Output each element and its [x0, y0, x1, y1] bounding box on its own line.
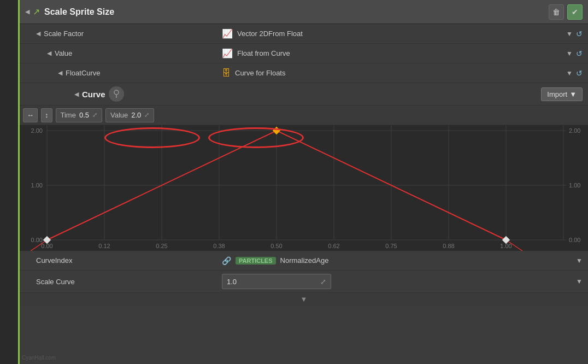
bottom-arrow-row: ▼: [20, 293, 588, 306]
svg-text:0.25: 0.25: [156, 243, 167, 249]
svg-text:0.50: 0.50: [271, 243, 282, 249]
value-chart-icon: 📈: [222, 48, 233, 58]
trash-icon: 🗑: [552, 8, 560, 16]
scale-factor-chart-icon: 📈: [222, 28, 233, 39]
scale-factor-actions: ▼ ↺: [566, 30, 588, 38]
curve-header-row: ◀ Curve Import ▼: [20, 83, 588, 105]
page-title: Scale Sprite Size: [44, 7, 549, 17]
float-curve-value-cell: 🗄 Curve for Floats: [216, 65, 566, 81]
trash-button[interactable]: 🗑: [549, 4, 564, 20]
svg-text:0.38: 0.38: [213, 243, 225, 249]
value-expand-icon[interactable]: ⤢: [144, 111, 149, 119]
svg-point-0: [114, 90, 119, 95]
scale-curve-value: 1.0: [227, 278, 237, 286]
float-curve-label: FloatCurve: [66, 69, 101, 77]
value-actions: ▼ ↺: [566, 49, 588, 58]
curve-index-label-cell: CurveIndex: [20, 253, 216, 268]
value-label-cell: ◀ Value: [20, 46, 216, 61]
content-area: ◀ ↗ Scale Sprite Size 🗑 ✔ ◀ Scale Factor…: [20, 0, 588, 364]
svg-text:2.00: 2.00: [31, 127, 43, 134]
float-curve-row: ◀ FloatCurve 🗄 Curve for Floats ▼ ↺: [20, 63, 588, 83]
value-value: Float from Curve: [237, 49, 290, 57]
value-label-field: Value: [110, 111, 128, 119]
fit-horizontal-button[interactable]: ↔: [23, 108, 38, 122]
value-label: Value: [55, 49, 72, 57]
float-curve-reset-icon[interactable]: ↺: [576, 69, 583, 78]
link-icon: 🔗: [222, 256, 231, 265]
header-row: ◀ ↗ Scale Sprite Size 🗑 ✔: [20, 0, 588, 24]
float-curve-value: Curve for Floats: [235, 69, 285, 77]
curve-index-row: CurveIndex 🔗 PARTICLES NormalizedAge ▼: [20, 251, 588, 271]
curve-index-label: CurveIndex: [36, 256, 72, 265]
time-field[interactable]: Time 0.5 ⤢: [56, 108, 102, 122]
time-value[interactable]: 0.5: [79, 111, 89, 119]
scale-factor-label: Scale Factor: [44, 30, 84, 38]
main-container: ◀ ↗ Scale Sprite Size 🗑 ✔ ◀ Scale Factor…: [0, 0, 588, 364]
curve-graph[interactable]: 0.00 0.12 0.25 0.38 0.50 0.62 0.75 0.88 …: [20, 125, 588, 251]
value-dropdown-icon[interactable]: ▼: [566, 50, 573, 57]
svg-text:0.00: 0.00: [31, 237, 43, 243]
fit-vertical-button[interactable]: ↕: [41, 108, 52, 122]
import-dropdown-icon: ▼: [569, 90, 577, 98]
curve-collapse[interactable]: ◀: [74, 91, 79, 98]
scale-curve-label-cell: Scale Curve: [20, 274, 216, 289]
scale-factor-dropdown-icon[interactable]: ▼: [566, 30, 573, 38]
scroll-down-icon[interactable]: ▼: [301, 295, 308, 303]
value-row: ◀ Value 📈 Float from Curve ▼ ↺: [20, 44, 588, 63]
svg-text:0.62: 0.62: [328, 243, 339, 249]
fit-v-icon: ↕: [45, 111, 49, 119]
svg-text:1.00: 1.00: [569, 182, 580, 189]
float-curve-db-icon: 🗄: [222, 68, 231, 78]
value-reset-icon[interactable]: ↺: [576, 49, 583, 58]
watermark: CyanHall.com: [22, 355, 56, 361]
check-icon: ✔: [572, 8, 578, 16]
float-curve-actions: ▼ ↺: [566, 69, 588, 78]
scale-curve-row: Scale Curve 1.0 ⤢ ▼: [20, 271, 588, 293]
svg-text:0.88: 0.88: [443, 243, 454, 249]
left-bar: [0, 0, 20, 364]
scale-curve-dropdown-icon[interactable]: ▼: [576, 278, 583, 285]
scale-factor-value-cell: 📈 Vector 2DFrom Float: [216, 25, 566, 42]
svg-text:0.12: 0.12: [98, 243, 110, 249]
scale-curve-actions: ▼: [576, 278, 588, 285]
header-actions: 🗑 ✔: [549, 4, 583, 20]
value-value-field[interactable]: 2.0: [131, 111, 141, 119]
collapse-arrow-icon[interactable]: ◀: [25, 8, 30, 15]
graph-svg-container: 0.00 0.12 0.25 0.38 0.50 0.62 0.75 0.88 …: [20, 125, 588, 251]
float-curve-dropdown-icon[interactable]: ▼: [566, 69, 573, 77]
svg-text:0.00: 0.00: [569, 237, 580, 243]
value-field[interactable]: Value 2.0 ⤢: [105, 108, 154, 122]
scale-factor-collapse[interactable]: ◀: [36, 30, 40, 37]
header-module-icon: ↗: [33, 7, 40, 17]
scale-curve-value-cell: 1.0 ⤢: [216, 271, 576, 292]
float-curve-collapse[interactable]: ◀: [58, 69, 62, 77]
scale-curve-field[interactable]: 1.0 ⤢: [222, 274, 331, 289]
float-curve-label-cell: ◀ FloatCurve: [20, 66, 216, 80]
curve-index-actions: ▼: [576, 257, 588, 265]
scale-factor-label-cell: ◀ Scale Factor: [20, 26, 216, 41]
check-button[interactable]: ✔: [567, 4, 583, 20]
svg-text:2.00: 2.00: [569, 127, 580, 134]
curve-index-dropdown-icon[interactable]: ▼: [576, 257, 583, 265]
scale-curve-expand-icon: ⤢: [320, 278, 326, 286]
scale-curve-label: Scale Curve: [36, 278, 75, 286]
scale-factor-reset-icon[interactable]: ↺: [576, 30, 583, 38]
import-label: Import: [547, 90, 567, 98]
time-label: Time: [61, 111, 76, 119]
particles-badge: PARTICLES: [236, 257, 276, 265]
svg-text:1.00: 1.00: [31, 182, 43, 189]
curve-label-area: ◀ Curve: [25, 86, 222, 102]
fit-h-icon: ↔: [27, 111, 34, 119]
curve-title: Curve: [82, 90, 105, 99]
svg-text:0.75: 0.75: [385, 243, 397, 249]
curve-circle-icon: [109, 86, 124, 102]
value-value-cell: 📈 Float from Curve: [216, 45, 566, 62]
scale-factor-value: Vector 2DFrom Float: [237, 30, 303, 38]
import-button[interactable]: Import ▼: [541, 87, 583, 101]
normalized-age: NormalizedAge: [280, 256, 329, 265]
value-collapse[interactable]: ◀: [47, 50, 51, 57]
graph-toolbar: ↔ ↕ Time 0.5 ⤢ Value 2.0 ⤢: [20, 105, 588, 125]
scale-factor-row: ◀ Scale Factor 📈 Vector 2DFrom Float ▼ ↺: [20, 24, 588, 44]
time-expand-icon[interactable]: ⤢: [92, 111, 97, 119]
curve-index-value-cell: 🔗 PARTICLES NormalizedAge: [216, 253, 576, 268]
